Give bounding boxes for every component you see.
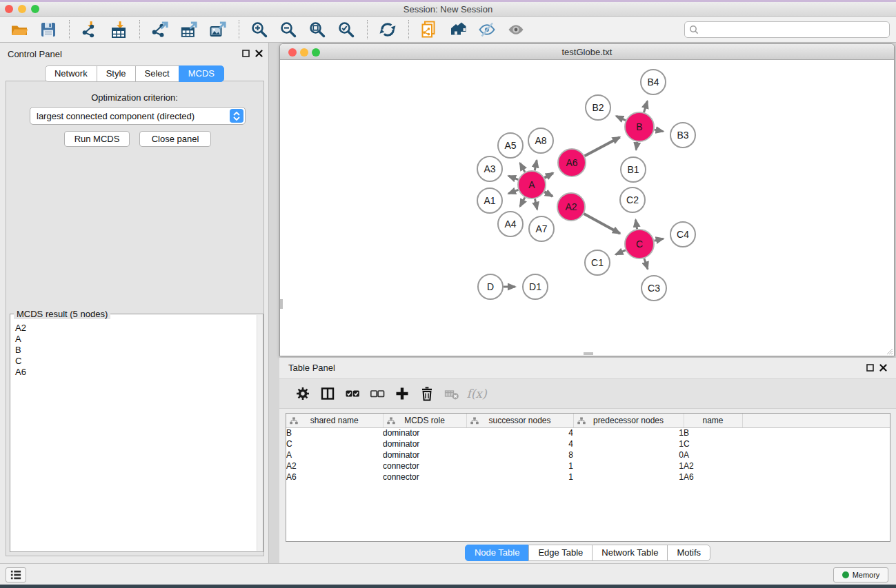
float-table-panel-icon[interactable] — [865, 363, 875, 372]
graph-edge-A-A4[interactable] — [520, 197, 525, 206]
cell-shared-name[interactable]: A — [286, 449, 383, 460]
eye-hide-icon[interactable] — [475, 19, 499, 41]
mcds-result-item[interactable]: C — [15, 356, 256, 367]
graph-node-A2[interactable]: A2 — [557, 193, 585, 221]
column-header-name[interactable]: name — [684, 414, 742, 427]
search-input[interactable] — [702, 24, 885, 35]
cell-empty[interactable] — [742, 472, 890, 483]
cell-MCDS-role[interactable]: dominator — [383, 427, 466, 438]
graph-edge-B-B2[interactable] — [616, 116, 626, 120]
graph-node-C[interactable]: C — [625, 230, 654, 258]
network-canvas[interactable]: AA1A2A3A4A5A6A7A8BB1B2B3B4CC1C2C3C4DD1 — [280, 60, 894, 356]
cell-shared-name[interactable]: B — [286, 427, 383, 438]
close-table-panel-icon[interactable] — [878, 363, 888, 372]
table-row[interactable]: Adominator80A — [286, 449, 890, 460]
mcds-result-item[interactable]: A6 — [15, 367, 256, 378]
close-panel-icon[interactable] — [254, 48, 263, 58]
tab-edge-table[interactable]: Edge Table — [528, 545, 593, 561]
graph-node-A[interactable]: A — [518, 171, 546, 199]
cell-name[interactable]: A6 — [684, 472, 742, 483]
tab-select[interactable]: Select — [135, 65, 179, 82]
graph-edge-A-A5[interactable] — [520, 163, 525, 172]
graph-edge-A-A6[interactable] — [544, 173, 553, 178]
cell-empty[interactable] — [742, 427, 890, 438]
graph-edge-C-C4[interactable] — [655, 239, 664, 241]
tab-motifs[interactable]: Motifs — [667, 545, 710, 561]
add-row-icon[interactable] — [390, 382, 415, 405]
houses-icon[interactable] — [446, 19, 470, 41]
graph-node-A7[interactable]: A7 — [529, 216, 554, 241]
tab-style[interactable]: Style — [97, 65, 136, 82]
select-all-checkboxes-icon[interactable] — [340, 382, 365, 405]
mcds-result-item[interactable]: A — [15, 334, 256, 345]
cell-predecessor-nodes[interactable]: 1 — [573, 438, 684, 449]
mcds-result-item[interactable]: A2 — [15, 323, 256, 334]
criterion-dropdown[interactable]: largest connected component (directed) — [30, 107, 246, 125]
refresh-icon[interactable] — [375, 19, 400, 41]
graph-node-C1[interactable]: C1 — [585, 250, 610, 275]
task-history-button[interactable] — [6, 567, 26, 582]
cell-shared-name[interactable]: C — [286, 438, 383, 449]
column-header-predecessor-nodes[interactable]: predecessor nodes — [573, 414, 684, 427]
graph-edge-A-A1[interactable] — [508, 190, 518, 193]
cell-successor-nodes[interactable]: 1 — [466, 460, 573, 472]
cell-successor-nodes[interactable]: 1 — [466, 472, 573, 483]
column-header-shared-name[interactable]: shared name — [286, 414, 383, 427]
graph-node-A8[interactable]: A8 — [528, 128, 553, 153]
cell-empty[interactable] — [742, 449, 890, 460]
tab-mcds[interactable]: MCDS — [179, 65, 224, 82]
cell-name[interactable]: A2 — [684, 460, 742, 472]
graph-edge-C-C2[interactable] — [636, 220, 637, 230]
network-vscroll-thumb[interactable] — [280, 299, 283, 309]
open-session-icon[interactable] — [7, 19, 32, 41]
cell-predecessor-nodes[interactable]: 1 — [573, 427, 684, 438]
zoom-in-icon[interactable] — [247, 19, 272, 41]
graph-node-C2[interactable]: C2 — [620, 187, 645, 212]
cell-MCDS-role[interactable]: dominator — [383, 449, 466, 460]
graph-edge-A2-C[interactable] — [584, 214, 620, 234]
network-zoom-light[interactable] — [312, 48, 320, 57]
graph-node-B2[interactable]: B2 — [586, 95, 610, 120]
tab-network[interactable]: Network — [45, 65, 97, 82]
zoom-out-icon[interactable] — [276, 19, 301, 41]
export-table-icon[interactable] — [177, 19, 201, 41]
zoom-fit-icon[interactable] — [305, 19, 330, 41]
network-window-titlebar[interactable]: testGlobe.txt — [280, 44, 894, 60]
tab-network-table[interactable]: Network Table — [592, 545, 668, 561]
graph-node-B1[interactable]: B1 — [621, 157, 646, 182]
cell-MCDS-role[interactable]: dominator — [383, 438, 466, 449]
graph-edge-B-B1[interactable] — [636, 142, 637, 150]
graph-edge-B-B3[interactable] — [655, 130, 664, 132]
graph-node-A1[interactable]: A1 — [477, 188, 502, 213]
graph-node-B4[interactable]: B4 — [641, 70, 666, 94]
column-header-successor-nodes[interactable]: successor nodes — [466, 414, 573, 427]
cell-empty[interactable] — [742, 460, 890, 472]
cell-MCDS-role[interactable]: connector — [383, 460, 466, 472]
graph-node-A3[interactable]: A3 — [477, 156, 502, 181]
graph-edge-A-A2[interactable] — [544, 192, 552, 196]
cell-empty[interactable] — [742, 438, 890, 449]
zoom-window-light[interactable] — [31, 5, 39, 13]
graph-node-A5[interactable]: A5 — [498, 133, 523, 158]
cell-predecessor-nodes[interactable]: 1 — [573, 460, 684, 472]
graph-edge-B-B4[interactable] — [644, 101, 648, 112]
import-network-icon[interactable] — [77, 19, 102, 41]
graph-node-D[interactable]: D — [478, 274, 503, 299]
network-hscroll-thumb[interactable] — [584, 352, 593, 355]
delete-row-icon[interactable] — [415, 382, 439, 405]
cell-MCDS-role[interactable]: connector — [383, 472, 466, 483]
graph-edge-C-C1[interactable] — [616, 250, 626, 254]
graph-node-C3[interactable]: C3 — [641, 276, 666, 301]
cell-predecessor-nodes[interactable]: 0 — [573, 449, 684, 460]
cell-shared-name[interactable]: A6 — [286, 472, 383, 483]
cell-successor-nodes[interactable]: 8 — [466, 449, 573, 460]
minimize-window-light[interactable] — [18, 5, 26, 13]
graph-edge-A6-B[interactable] — [585, 137, 620, 156]
float-panel-icon[interactable] — [241, 48, 250, 58]
table-row[interactable]: A6connector11A6 — [286, 472, 890, 483]
settings-gear-icon[interactable] — [290, 382, 315, 405]
tab-node-table[interactable]: Node Table — [465, 545, 530, 561]
cell-shared-name[interactable]: A2 — [286, 460, 383, 472]
resize-grip-icon[interactable] — [885, 347, 893, 355]
graph-node-A4[interactable]: A4 — [498, 212, 523, 236]
